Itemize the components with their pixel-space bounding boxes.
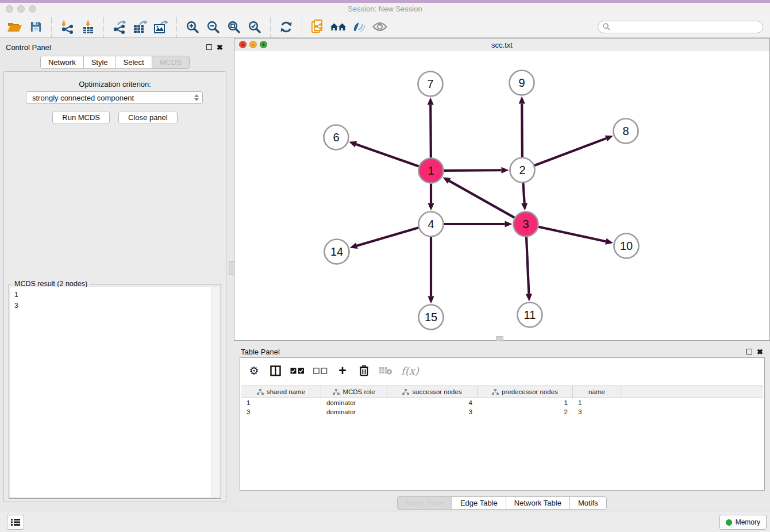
task-history-button[interactable]: [7, 515, 24, 530]
column-header-shared-name[interactable]: shared name: [241, 386, 321, 398]
export-table-button[interactable]: [130, 18, 151, 36]
graph-edge-3-10[interactable]: [538, 227, 606, 241]
memory-button[interactable]: Memory: [719, 515, 767, 530]
export-table-icon: [133, 20, 148, 34]
create-column-plus-icon[interactable]: +: [336, 363, 349, 379]
graph-edge-1-2[interactable]: [444, 170, 501, 171]
import-table-button[interactable]: [78, 18, 98, 36]
table-toolbar: ⚙ + f(x): [240, 358, 764, 383]
graph-edge-3-11[interactable]: [526, 237, 529, 294]
save-floppy-icon: [30, 21, 42, 33]
graph-edge-2-8[interactable]: [534, 138, 606, 165]
table-cell-predecessor-nodes[interactable]: 1: [478, 399, 573, 406]
tab-node-table[interactable]: Node Table: [397, 496, 452, 510]
network-overview-button[interactable]: [328, 18, 349, 36]
graph-edge-1-6[interactable]: [356, 144, 418, 166]
node-table: shared nameMCDS rolesuccessor nodesprede…: [241, 385, 763, 489]
tab-network-table[interactable]: Network Table: [506, 496, 570, 510]
visibility-eye-button[interactable]: [369, 18, 390, 36]
toolbar-separator: [302, 17, 302, 37]
float-panel-icon[interactable]: [206, 44, 212, 50]
network-canvas[interactable]: 1234678910111415: [234, 51, 769, 340]
table-settings-gear-icon[interactable]: ⚙: [248, 363, 260, 379]
criterion-dropdown[interactable]: strongly connected component: [26, 91, 203, 104]
select-all-columns-icon[interactable]: [290, 363, 305, 379]
table-cell-name[interactable]: 1: [573, 399, 621, 406]
table-cell-shared-name[interactable]: 1: [241, 399, 321, 406]
style-visibility-button[interactable]: [349, 18, 369, 36]
graph-edge-2-3[interactable]: [523, 183, 524, 203]
table-panel-tabs: Node TableEdge TableNetwork TableMotifs: [234, 496, 770, 510]
mcds-result-node[interactable]: 1: [14, 290, 215, 300]
memory-button-label: Memory: [736, 518, 760, 526]
zoom-selected-button[interactable]: [244, 18, 265, 36]
toolbar-separator: [176, 17, 177, 37]
toolbar-separator: [103, 17, 104, 37]
memory-status-icon: [726, 519, 732, 526]
column-header-label: predecessor nodes: [502, 388, 558, 395]
float-table-panel-icon[interactable]: [746, 349, 752, 354]
close-table-panel-icon[interactable]: ✖: [757, 348, 763, 356]
table-cell-MCDS-role[interactable]: dominator: [321, 399, 387, 406]
network-close-button[interactable]: ✕: [239, 41, 247, 48]
graph-edge-2-9[interactable]: [522, 103, 522, 157]
eye-icon: [372, 22, 387, 32]
table-cell-shared-name[interactable]: 3: [241, 408, 321, 415]
table-cell-MCDS-role[interactable]: dominator: [321, 408, 387, 415]
graph-edge-4-14[interactable]: [357, 228, 418, 245]
toolbar-search-field[interactable]: [598, 21, 763, 33]
refresh-button[interactable]: [276, 18, 297, 36]
list-icon: [11, 518, 20, 526]
zoom-in-button[interactable]: [182, 18, 203, 36]
save-session-button[interactable]: [25, 18, 46, 36]
split-table-view-icon[interactable]: [269, 363, 282, 379]
graph-edge-3-1[interactable]: [449, 181, 515, 218]
toolbar-separator: [270, 17, 271, 37]
network-window-traffic-lights[interactable]: ✕ − +: [239, 41, 267, 48]
column-header-name[interactable]: name: [573, 386, 621, 398]
export-network-button[interactable]: [109, 18, 130, 36]
run-mcds-button[interactable]: Run MCDS: [52, 111, 110, 124]
close-panel-icon[interactable]: ✖: [217, 44, 223, 51]
network-window-titlebar[interactable]: ✕ − + scc.txt: [234, 38, 769, 52]
import-network-button[interactable]: [57, 18, 78, 36]
column-header-predecessor-nodes[interactable]: predecessor nodes: [478, 386, 573, 398]
mcds-result-node[interactable]: 3: [14, 300, 215, 311]
close-panel-button[interactable]: Close panel: [118, 111, 178, 124]
column-header-MCDS-role[interactable]: MCDS role: [321, 386, 387, 398]
horizontal-splitter-handle[interactable]: [496, 336, 503, 341]
table-row[interactable]: 3dominator323: [241, 407, 763, 417]
zoom-fit-icon: [227, 20, 241, 34]
new-network-from-selection-button[interactable]: [307, 18, 328, 36]
graph-node-label-6: 6: [333, 131, 339, 144]
function-builder-icon: f(x): [401, 363, 419, 379]
table-cell-name[interactable]: 3: [573, 408, 621, 415]
mcds-result-list[interactable]: 13: [10, 287, 220, 497]
graph-node-label-14: 14: [330, 245, 343, 258]
table-cell-successor-nodes[interactable]: 4: [387, 399, 478, 406]
tab-edge-table[interactable]: Edge Table: [452, 496, 506, 510]
table-row[interactable]: 1dominator411: [241, 398, 763, 407]
column-header-successor-nodes[interactable]: successor nodes: [387, 386, 478, 398]
open-session-button[interactable]: [5, 18, 25, 36]
network-minimize-button[interactable]: −: [249, 41, 257, 48]
delete-column-trash-icon[interactable]: [357, 363, 370, 379]
graph-edge-1-7[interactable]: [430, 105, 431, 157]
deselect-all-columns-icon[interactable]: [313, 363, 328, 379]
zoom-out-button[interactable]: [203, 18, 224, 36]
tab-select[interactable]: Select: [116, 56, 152, 69]
tab-motifs[interactable]: Motifs: [569, 496, 607, 510]
result-scrollbar[interactable]: [211, 287, 220, 497]
tab-style[interactable]: Style: [83, 56, 116, 69]
search-input[interactable]: [614, 22, 758, 32]
main-toolbar: [0, 16, 770, 38]
tab-network[interactable]: Network: [40, 56, 84, 69]
status-bar: Memory: [0, 511, 770, 532]
shared-attribute-icon: [257, 389, 264, 395]
table-cell-successor-nodes[interactable]: 3: [387, 408, 478, 415]
tab-mcds[interactable]: MCDS: [152, 56, 190, 69]
export-image-button[interactable]: [151, 18, 171, 36]
network-maximize-button[interactable]: +: [260, 41, 267, 48]
table-cell-predecessor-nodes[interactable]: 2: [478, 408, 573, 415]
zoom-fit-button[interactable]: [224, 18, 244, 36]
